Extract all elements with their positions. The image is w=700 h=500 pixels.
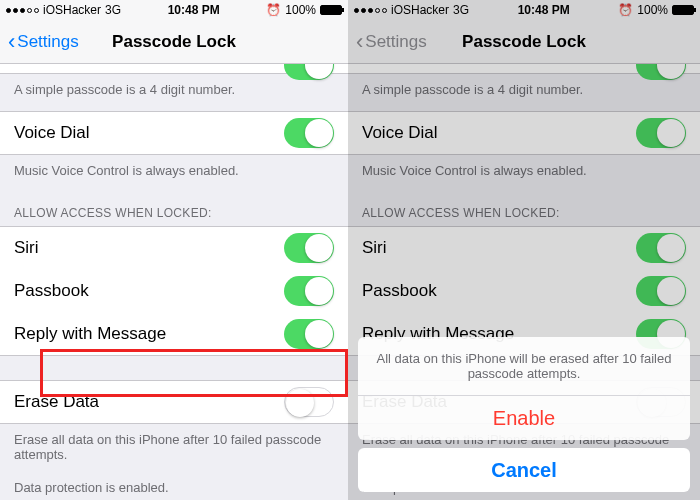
erase-data-label: Erase Data <box>14 392 99 412</box>
back-button[interactable]: ‹ Settings <box>8 31 79 53</box>
passbook-row: Passbook <box>0 269 348 313</box>
passbook-label: Passbook <box>14 281 89 301</box>
carrier-label: iOSHacker <box>43 3 101 17</box>
voice-dial-hint: Music Voice Control is always enabled. <box>0 155 348 192</box>
status-time: 10:48 PM <box>168 3 220 17</box>
siri-row: Siri <box>0 226 348 270</box>
passbook-toggle[interactable] <box>284 276 334 306</box>
action-sheet-message: All data on this iPhone will be erased a… <box>358 337 690 396</box>
allow-access-header: ALLOW ACCESS WHEN LOCKED: <box>0 192 348 226</box>
reply-message-label: Reply with Message <box>14 324 166 344</box>
action-sheet: All data on this iPhone will be erased a… <box>358 337 690 492</box>
nav-bar: ‹ Settings Passcode Lock <box>0 20 348 64</box>
screenshot-right: iOSHacker 3G 10:48 PM ⏰ 100% ‹ Settings … <box>348 0 700 500</box>
chevron-left-icon: ‹ <box>8 31 15 53</box>
signal-dots-icon <box>6 8 39 13</box>
back-label: Settings <box>17 32 78 52</box>
screenshot-left: iOSHacker 3G 10:48 PM ⏰ 100% ‹ Settings … <box>0 0 348 500</box>
erase-data-toggle[interactable] <box>284 387 334 417</box>
status-bar: iOSHacker 3G 10:48 PM ⏰ 100% <box>0 0 348 20</box>
enable-button[interactable]: Enable <box>358 396 690 440</box>
voice-dial-label: Voice Dial <box>14 123 90 143</box>
battery-pct: 100% <box>285 3 316 17</box>
reply-message-toggle[interactable] <box>284 319 334 349</box>
battery-icon <box>320 5 342 15</box>
reply-message-row: Reply with Message <box>0 312 348 356</box>
siri-label: Siri <box>14 238 39 258</box>
alarm-icon: ⏰ <box>266 3 281 17</box>
voice-dial-row: Voice Dial <box>0 111 348 155</box>
simple-passcode-row-peek <box>0 64 348 74</box>
erase-data-hint: Erase all data on this iPhone after 10 f… <box>0 424 348 476</box>
erase-data-row: Erase Data <box>0 380 348 424</box>
cancel-button[interactable]: Cancel <box>358 448 690 492</box>
data-protection-hint: Data protection is enabled. <box>0 476 348 500</box>
siri-toggle[interactable] <box>284 233 334 263</box>
voice-dial-toggle[interactable] <box>284 118 334 148</box>
network-label: 3G <box>105 3 121 17</box>
simple-passcode-toggle[interactable] <box>284 64 334 80</box>
